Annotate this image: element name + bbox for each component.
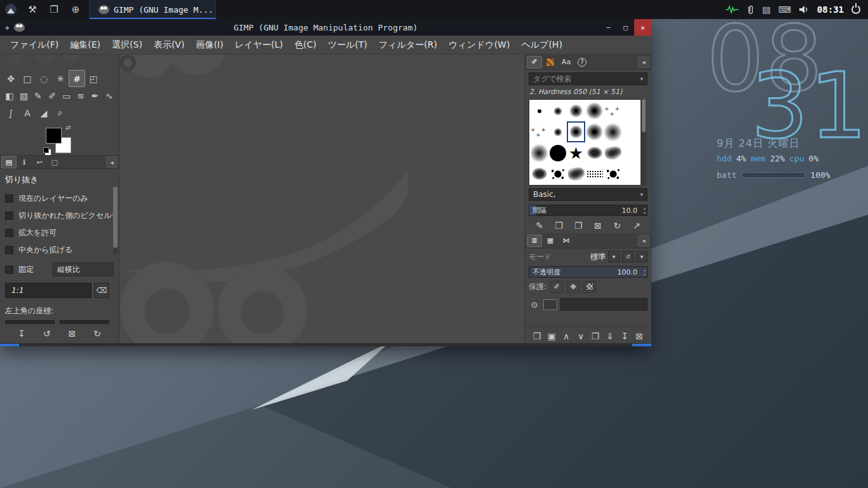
brush-thumbnail-plus[interactable]: + + + — [530, 121, 548, 142]
brush-thumbnail-soft-xl[interactable] — [604, 121, 622, 142]
smudge-tool[interactable]: ∿ — [102, 87, 116, 104]
checkbox[interactable] — [5, 212, 13, 220]
window-menu-icon[interactable]: ❖ — [5, 24, 10, 32]
new-brush-button[interactable]: ❒ — [552, 219, 566, 233]
tab-fonts[interactable]: Aa — [559, 56, 574, 69]
menu-item-0[interactable]: ファイル(F) — [5, 37, 64, 53]
dock-menu-icon[interactable]: ◂ — [638, 57, 649, 68]
tool-options-scrollbar[interactable] — [113, 187, 118, 254]
reset-options-button[interactable]: ↻ — [90, 327, 104, 341]
brush-thumbnail-splat[interactable] — [567, 184, 585, 186]
tab-patterns[interactable] — [543, 56, 558, 69]
refresh-brushes-button[interactable]: ↻ — [610, 219, 624, 233]
clipboard-manager-icon[interactable] — [746, 5, 754, 15]
brush-thumbnail-soft-s[interactable] — [548, 121, 567, 142]
checkbox[interactable] — [5, 229, 13, 237]
lower-layer-button[interactable]: ∨ — [574, 329, 588, 343]
pencil-tool[interactable]: ✎ — [31, 87, 45, 104]
crop-tool[interactable]: # — [69, 70, 85, 87]
visibility-eye-icon[interactable]: ⊙ — [529, 299, 540, 310]
tab-layers[interactable]: ≣ — [527, 234, 542, 247]
titlebar[interactable]: ❖ GIMP (GNU Image Manipulation Program) … — [0, 19, 651, 36]
new-layer-button[interactable]: ❒ — [530, 329, 544, 343]
spinner-arrows[interactable]: ▴▾ — [644, 268, 646, 276]
brush-thumbnail-soft-l[interactable] — [585, 121, 604, 142]
fixed-aspect-dropdown[interactable]: 縦横比 — [53, 262, 114, 276]
brush-thumbnail-chalk[interactable] — [530, 163, 548, 184]
restore-preset-button[interactable]: ↺ — [40, 327, 54, 341]
zoom-tool[interactable]: ⌕ — [52, 104, 69, 121]
default-colors-icon[interactable] — [43, 147, 49, 153]
mode-dropdown-button[interactable]: ▾ — [608, 251, 620, 262]
swap-colors-icon[interactable]: ⇄ — [65, 124, 71, 131]
brush-tag-filter[interactable]: Basic, ▾ — [529, 188, 648, 201]
tab-channels[interactable]: ▦ — [543, 234, 558, 247]
brush-spacing-slider[interactable]: 間隔 10.0 ▴▾ — [529, 205, 648, 216]
transform-tool[interactable]: ◰ — [85, 70, 102, 87]
menu-item-9[interactable]: ウィンドウ(W) — [444, 37, 515, 53]
new-layer-group-button[interactable]: ▣ — [545, 329, 559, 343]
brush-thumbnail-specks[interactable] — [585, 163, 604, 184]
scrollbar-thumb[interactable] — [113, 187, 118, 248]
window-list-launcher[interactable]: ❐ — [43, 0, 65, 19]
delete-brush-button[interactable]: ⊠ — [591, 219, 605, 233]
crop-option-0[interactable]: 現在のレイヤーのみ — [5, 190, 114, 207]
brush-thumbnail-dots[interactable] — [585, 184, 604, 186]
bucket-fill-tool[interactable]: ◧ — [3, 87, 17, 104]
app-menu-button[interactable] — [0, 0, 22, 19]
spinner-arrows[interactable]: ▴▾ — [644, 206, 646, 215]
close-button[interactable]: ✕ — [634, 19, 651, 36]
menu-item-3[interactable]: 表示(V) — [149, 37, 190, 53]
position-x-field[interactable]: 0 ▴▾ — [5, 320, 55, 324]
brush-thumbnail-soft-m[interactable] — [567, 100, 585, 121]
minimize-button[interactable]: ─ — [600, 19, 617, 36]
tab-images[interactable]: ▢ — [47, 156, 62, 168]
ink-tool[interactable]: ✒ — [88, 87, 102, 104]
lock-position-button[interactable]: ✥ — [567, 281, 580, 293]
fuzzy-select-tool[interactable]: ✳ — [52, 70, 69, 87]
paintbrush-tool[interactable]: ✐ — [45, 87, 59, 104]
brush-thumbnail-soft-s[interactable] — [548, 100, 567, 121]
brush-thumbnail-chalk[interactable] — [585, 142, 604, 163]
power-button-icon[interactable] — [851, 5, 860, 14]
merge-down-button[interactable]: ⇓ — [603, 329, 617, 343]
save-preset-button[interactable]: ↧ — [15, 327, 29, 341]
brush-thumbnail-dot[interactable] — [530, 100, 548, 121]
tab-tool-options[interactable]: ▤ — [1, 156, 17, 168]
tab-paths[interactable]: ⋈ — [559, 234, 574, 247]
brush-thumbnail-splat[interactable] — [548, 163, 567, 184]
brush-thumbnail-dots[interactable] — [530, 184, 548, 186]
brush-grid-scrollbar[interactable] — [641, 99, 646, 186]
brush-thumbnail-soft-l[interactable] — [585, 100, 604, 121]
activity-monitor-icon[interactable] — [726, 5, 738, 14]
foreground-color-swatch[interactable] — [46, 128, 62, 144]
menu-item-6[interactable]: 色(C) — [289, 37, 322, 53]
brush-thumbnail-plus[interactable]: + + + — [604, 100, 622, 121]
delete-preset-button[interactable]: ⊠ — [65, 327, 79, 341]
brush-thumbnail-hard[interactable] — [548, 142, 567, 163]
canvas-area[interactable] — [119, 55, 524, 343]
clear-ratio-icon[interactable]: ⌫ — [94, 283, 109, 298]
crop-option-1[interactable]: 切り抜かれた側のピクセル( — [5, 207, 114, 224]
lock-alpha-button[interactable] — [583, 281, 596, 293]
paths-tool[interactable]: ∫ — [3, 104, 19, 121]
layer-thumbnail[interactable] — [543, 299, 557, 310]
open-brush-as-image-button[interactable]: ↗ — [630, 219, 644, 233]
aspect-ratio-input[interactable]: 1:1 — [5, 283, 92, 298]
tools-launcher[interactable]: ⚒ — [22, 0, 43, 19]
menu-item-2[interactable]: 選択(S) — [107, 37, 147, 53]
checkbox[interactable] — [5, 194, 13, 203]
mode-switch-button[interactable]: ↺ — [622, 251, 634, 262]
airbrush-tool[interactable]: ≋ — [74, 87, 88, 104]
anchor-layer-button[interactable]: ↧ — [618, 329, 632, 343]
mode-switch-dropdown[interactable]: ▾ — [636, 251, 648, 262]
position-y-field[interactable]: 0 ▴▾ — [60, 320, 109, 324]
dock-menu-icon[interactable]: ◂ — [638, 235, 649, 247]
browser-launcher[interactable]: ⊕ — [65, 0, 86, 19]
menu-item-7[interactable]: ツール(T) — [323, 37, 372, 53]
fixed-checkbox[interactable] — [5, 266, 13, 274]
keyboard-layout-icon[interactable]: ⌨ — [778, 4, 791, 15]
eraser-tool[interactable]: ▭ — [60, 87, 74, 104]
brush-thumbnail-specks[interactable] — [548, 184, 567, 186]
checkbox[interactable] — [5, 246, 13, 254]
